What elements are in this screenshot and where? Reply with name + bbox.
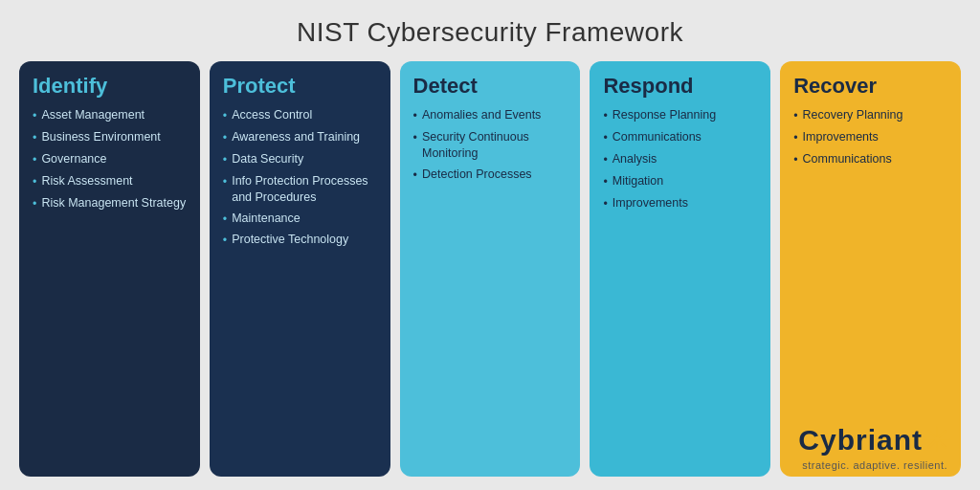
- protect-items: Access ControlAwareness and TrainingData…: [223, 107, 379, 254]
- column-detect: DetectAnomalies and EventsSecurity Conti…: [400, 61, 581, 477]
- column-protect: ProtectAccess ControlAwareness and Train…: [210, 61, 390, 477]
- list-item: Info Protection Processes and Procedures: [223, 173, 379, 206]
- column-recover: RecoverRecovery PlanningImprovementsComm…: [780, 61, 961, 477]
- list-item: Risk Assessment: [33, 173, 189, 190]
- list-item: Maintenance: [223, 211, 379, 228]
- page-wrapper: NIST Cybersecurity Framework IdentifyAss…: [0, 0, 980, 490]
- list-item: Risk Management Strategy: [33, 195, 189, 212]
- respond-header: Respond: [603, 75, 759, 98]
- list-item: Mitigation: [603, 173, 759, 190]
- columns-area: IdentifyAsset ManagementBusiness Environ…: [19, 61, 961, 477]
- identify-header: Identify: [33, 75, 189, 98]
- respond-items: Response PlanningCommunicationsAnalysisM…: [603, 107, 759, 216]
- list-item: Communications: [793, 151, 949, 168]
- detect-header: Detect: [413, 75, 569, 98]
- list-item: Recovery Planning: [793, 107, 949, 124]
- column-identify: IdentifyAsset ManagementBusiness Environ…: [19, 61, 200, 477]
- list-item: Anomalies and Events: [413, 107, 569, 124]
- list-item: Asset Management: [33, 107, 189, 124]
- list-item: Awareness and Training: [223, 129, 379, 146]
- brand-name: Cybriant: [798, 424, 923, 457]
- list-item: Detection Processes: [413, 167, 569, 184]
- list-item: Improvements: [603, 195, 759, 212]
- brand-overlay: Cybriant ✳ strategic. adaptive. resilien…: [798, 423, 951, 471]
- list-item: Data Security: [223, 151, 379, 168]
- column-respond: RespondResponse PlanningCommunicationsAn…: [590, 61, 770, 477]
- identify-items: Asset ManagementBusiness EnvironmentGove…: [33, 107, 189, 216]
- protect-header: Protect: [223, 75, 379, 98]
- list-item: Protective Technology: [223, 232, 379, 249]
- list-item: Access Control: [223, 107, 379, 124]
- list-item: Improvements: [793, 129, 949, 146]
- detect-items: Anomalies and EventsSecurity Continuous …: [413, 107, 569, 189]
- columns-area-wrapper: IdentifyAsset ManagementBusiness Environ…: [19, 61, 961, 477]
- brand-tagline: strategic. adaptive. resilient.: [802, 459, 947, 471]
- list-item: Security Continuous Monitoring: [413, 129, 569, 162]
- brand-star-icon: ✳: [923, 423, 951, 457]
- recover-header: Recover: [793, 75, 949, 98]
- recover-items: Recovery PlanningImprovementsCommunicati…: [793, 107, 949, 173]
- list-item: Governance: [33, 151, 189, 168]
- list-item: Communications: [603, 129, 759, 146]
- list-item: Analysis: [603, 151, 759, 168]
- list-item: Business Environment: [33, 129, 189, 146]
- page-title: NIST Cybersecurity Framework: [297, 17, 683, 48]
- list-item: Response Planning: [603, 107, 759, 124]
